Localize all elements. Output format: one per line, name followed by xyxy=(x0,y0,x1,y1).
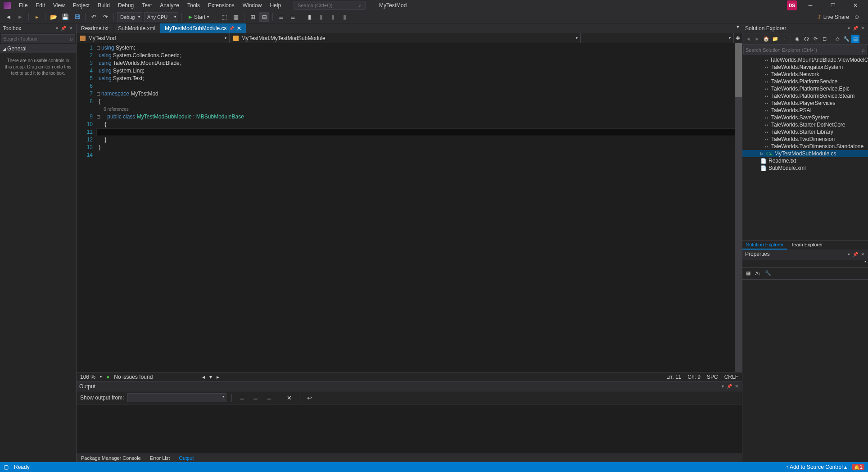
uncomment-icon[interactable]: ▮ xyxy=(316,12,326,22)
toolbar-icon-1[interactable]: ⬚ xyxy=(219,12,229,22)
showall-icon[interactable]: ◇ xyxy=(833,35,841,43)
output-icon-1[interactable]: ≣ xyxy=(237,393,247,403)
tree-item[interactable]: 📄SubModule.xml xyxy=(742,164,868,172)
dropdown-icon[interactable]: ▾ xyxy=(55,26,59,31)
dropdown-icon[interactable]: ▾ xyxy=(847,252,851,257)
panel-tab-solution-explorer[interactable]: Solution Explorer xyxy=(742,241,787,250)
menu-project[interactable]: Project xyxy=(69,1,93,10)
pending-icon[interactable]: ◉ xyxy=(793,35,801,43)
properties-icon[interactable]: 🔧 xyxy=(842,35,850,43)
home-icon[interactable]: 🏠 xyxy=(762,35,770,43)
menu-file[interactable]: File xyxy=(15,1,31,10)
forward-icon[interactable]: ► xyxy=(753,35,761,43)
scope-icon[interactable]: 📁 xyxy=(771,35,779,43)
source-control-button[interactable]: ↑ Add to Source Control ▴ xyxy=(786,464,847,470)
menu-window[interactable]: Window xyxy=(239,1,266,10)
tree-item[interactable]: ▪▪TaleWorlds.TwoDimension xyxy=(742,136,868,143)
close-icon[interactable]: ✕ xyxy=(860,26,865,31)
code-area[interactable]: ⊟using System; using System.Collections.… xyxy=(96,43,742,372)
close-button[interactable]: ✕ xyxy=(846,0,864,11)
save-icon[interactable]: 💾 xyxy=(60,12,70,22)
nav-prev-icon[interactable]: ◂ xyxy=(202,374,205,380)
close-icon[interactable]: ✕ xyxy=(860,252,865,257)
tree-item[interactable]: ▪▪TaleWorlds.NavigationSystem xyxy=(742,64,868,71)
tree-item[interactable]: 📄Readme.txt xyxy=(742,157,868,164)
global-search[interactable]: ⌕ xyxy=(294,1,366,10)
menu-build[interactable]: Build xyxy=(94,1,113,10)
properties-grid[interactable] xyxy=(742,280,868,463)
menu-tools[interactable]: Tools xyxy=(184,1,203,10)
line-indicator[interactable]: Ln: 11 xyxy=(666,374,681,380)
output-icon-2[interactable]: ≣ xyxy=(250,393,260,403)
tree-item[interactable]: ▪▪TaleWorlds.Starter.DotNetCore xyxy=(742,121,868,128)
tree-item[interactable]: ▪▪TaleWorlds.PlatformService.Epic xyxy=(742,85,868,92)
menu-debug[interactable]: Debug xyxy=(114,1,137,10)
back-icon[interactable]: ◄ xyxy=(4,12,14,22)
config-dropdown[interactable]: Debug xyxy=(117,12,142,22)
tab-readme-txt[interactable]: Readme.txt xyxy=(77,23,113,33)
pin-icon[interactable]: 📌 xyxy=(852,252,859,257)
menu-analyze[interactable]: Analyze xyxy=(156,1,183,10)
nav-class-dropdown[interactable]: MyTestMod.MyTestModSubModule xyxy=(230,33,581,43)
menu-view[interactable]: View xyxy=(50,1,68,10)
output-content[interactable] xyxy=(77,404,742,454)
tree-item[interactable]: ▷C#MyTestModSubModule.cs xyxy=(742,150,868,157)
search-input[interactable] xyxy=(298,3,358,8)
forward-icon[interactable]: ► xyxy=(15,12,25,22)
collapse-icon[interactable]: ⊟ xyxy=(820,35,828,43)
wordwrap-icon[interactable]: ↩ xyxy=(304,393,314,403)
bookmark-icon[interactable]: ▮ xyxy=(328,12,338,22)
split-icon[interactable]: ✚ xyxy=(734,33,742,43)
tree-item[interactable]: ▪▪TaleWorlds.PSAI xyxy=(742,107,868,114)
tree-item[interactable]: ▪▪TaleWorlds.PlatformService.Steam xyxy=(742,92,868,100)
bottom-tab-output[interactable]: Output xyxy=(174,454,198,462)
user-avatar[interactable]: DS xyxy=(787,0,797,10)
menu-edit[interactable]: Edit xyxy=(32,1,49,10)
sync-icon[interactable]: 🗘 xyxy=(802,35,810,43)
tree-item[interactable]: ▪▪TaleWorlds.Starter.Library xyxy=(742,128,868,136)
preview-icon[interactable]: ▤ xyxy=(851,35,859,43)
nav-member-dropdown[interactable] xyxy=(581,33,734,43)
platform-dropdown[interactable]: Any CPU xyxy=(144,12,178,22)
nav-next-icon[interactable]: ▸ xyxy=(217,374,219,380)
back-icon[interactable]: ◄ xyxy=(744,35,752,43)
solution-search-input[interactable] xyxy=(746,47,862,53)
start-button[interactable]: ▶ Start ▾ xyxy=(185,13,212,21)
vertical-scrollbar[interactable] xyxy=(735,43,742,372)
refresh-icon[interactable]: ⟳ xyxy=(811,35,819,43)
tree-item[interactable]: ▪▪TaleWorlds.PlatformService xyxy=(742,78,868,85)
line-ending[interactable]: CRLF xyxy=(724,374,738,380)
open-icon[interactable]: 📂 xyxy=(49,12,59,22)
feedback-icon[interactable]: ☺ xyxy=(852,12,862,22)
menu-extensions[interactable]: Extensions xyxy=(204,1,238,10)
output-source-dropdown[interactable] xyxy=(127,393,226,402)
undo-icon[interactable]: ↶ xyxy=(89,12,99,22)
notifications-badge[interactable]: 🔔1 xyxy=(852,464,864,470)
toolbar-icon-4[interactable]: ⊟ xyxy=(259,12,269,22)
char-indicator[interactable]: Ch: 9 xyxy=(687,374,701,380)
toolbox-general-group[interactable]: ◢ General xyxy=(0,44,76,53)
tab-submodule-xml[interactable]: SubModule.xml xyxy=(113,23,160,33)
code-editor[interactable]: 1234567891011121314 ⊟using System; using… xyxy=(77,43,742,372)
props-pages-icon[interactable]: 🔧 xyxy=(764,269,772,277)
tree-item[interactable]: ▪▪TaleWorlds.Network xyxy=(742,71,868,78)
toolbar-icon-2[interactable]: ▦ xyxy=(231,12,241,22)
close-icon[interactable]: ✕ xyxy=(68,26,73,31)
pin-icon[interactable]: 📌 xyxy=(852,26,859,31)
comment-icon[interactable]: ▮ xyxy=(304,12,314,22)
bottom-tab-package-manager-console[interactable]: Package Manager Console xyxy=(77,454,145,462)
issues-status[interactable]: No issues found xyxy=(114,374,153,380)
new-project-icon[interactable]: ▸ xyxy=(32,12,42,22)
categorize-icon[interactable]: ▦ xyxy=(744,269,752,277)
maximize-button[interactable]: ❐ xyxy=(824,0,842,11)
tabs-overflow-icon[interactable]: ▾ xyxy=(734,23,742,33)
minimize-button[interactable]: ─ xyxy=(801,0,819,11)
tree-item[interactable]: ▪▪TaleWorlds.SaveSystem xyxy=(742,114,868,121)
alphabetical-icon[interactable]: A↓ xyxy=(754,269,762,277)
toolbox-search[interactable]: ⌕ xyxy=(1,34,75,43)
pin-icon[interactable]: 📌 xyxy=(726,384,733,389)
toolbar-icon-3[interactable]: ⊞ xyxy=(248,12,258,22)
dropdown-icon[interactable]: ▾ xyxy=(721,384,725,389)
scrollbar-thumb[interactable] xyxy=(735,43,742,97)
zoom-level[interactable]: 106 % xyxy=(80,374,95,380)
